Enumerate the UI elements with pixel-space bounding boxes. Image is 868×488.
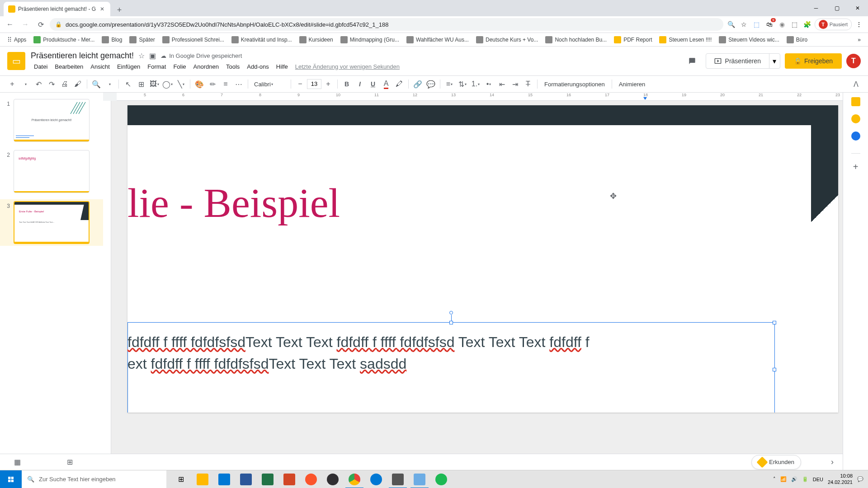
taskbar-app-chrome[interactable] <box>344 470 365 488</box>
bookmark-item[interactable]: Kursideen <box>297 34 336 45</box>
indent-increase-button[interactable]: ⇥ <box>509 78 521 90</box>
taskbar-app-spotify[interactable] <box>430 470 452 488</box>
language-indicator[interactable]: DEU <box>813 477 823 482</box>
star-icon[interactable]: ☆ <box>138 52 145 60</box>
tasks-icon[interactable] <box>851 131 860 141</box>
volume-icon[interactable]: 🔊 <box>791 476 797 482</box>
new-tab-button[interactable]: + <box>113 4 126 16</box>
border-weight-button[interactable]: ≡ <box>220 78 231 90</box>
shape-tool[interactable]: ◯ <box>161 78 174 90</box>
add-addon-button[interactable]: + <box>853 162 859 172</box>
slides-logo-icon[interactable]: ▭ <box>7 52 25 70</box>
save-status[interactable]: ☁In Google Drive gespeichert <box>160 52 242 59</box>
comments-button[interactable] <box>683 52 701 70</box>
collapse-toolbar-button[interactable]: ᐱ <box>850 78 862 90</box>
font-selector[interactable]: Calibri <box>251 78 288 90</box>
textbox-tool[interactable]: ⊞ <box>135 78 147 90</box>
resize-handle-ne[interactable] <box>773 321 776 324</box>
maximize-button[interactable]: ▢ <box>826 0 847 16</box>
slide-thumbnail-2[interactable]: sdfsfgdfgfdg <box>14 150 90 193</box>
image-tool[interactable]: 🖼 <box>148 78 160 90</box>
bookmark-item[interactable]: Deutsche Kurs + Vo... <box>473 34 541 45</box>
clear-format-button[interactable]: T <box>522 78 534 90</box>
bookmark-item[interactable]: Später <box>127 34 157 45</box>
border-dash-button[interactable]: ⋯ <box>233 78 245 90</box>
battery-icon[interactable]: 🔋 <box>802 476 808 482</box>
redo-button[interactable]: ↷ <box>46 78 57 90</box>
text-color-button[interactable]: A <box>380 78 392 90</box>
undo-button[interactable]: ↶ <box>33 78 44 90</box>
close-window-button[interactable]: ✕ <box>847 0 868 16</box>
slide-title-text[interactable]: lie - Beispiel <box>127 182 340 224</box>
ruler-indent-marker[interactable] <box>643 97 647 100</box>
task-view-button[interactable]: ⊞ <box>170 470 192 488</box>
zoom-button[interactable]: 🔍 <box>90 78 102 90</box>
italic-button[interactable]: I <box>354 78 366 90</box>
rotate-handle[interactable] <box>449 311 453 314</box>
select-tool[interactable]: ↖ <box>122 78 134 90</box>
taskbar-app-edge[interactable] <box>365 470 387 488</box>
highlight-button[interactable]: 🖍 <box>393 78 405 90</box>
apps-button[interactable]: ⠿Apps <box>5 34 29 45</box>
fill-color-button[interactable]: 🎨 <box>193 78 205 90</box>
menu-bearbeiten[interactable]: Bearbeiten <box>52 62 86 71</box>
start-button[interactable] <box>0 470 22 488</box>
bookmark-item[interactable]: Blog <box>99 34 125 45</box>
horizontal-ruler[interactable]: 5 6 7 8 9 10 11 12 13 14 15 16 17 18 19 … <box>117 93 843 101</box>
taskbar-app-explorer[interactable] <box>192 470 213 488</box>
keep-icon[interactable] <box>851 114 860 123</box>
comment-button[interactable]: 💬 <box>425 78 437 90</box>
back-button[interactable]: ← <box>4 18 16 31</box>
url-input[interactable]: 🔒 docs.google.com/presentation/d/1yV372S… <box>50 18 723 31</box>
filmstrip-view-button[interactable]: ▦ <box>9 456 25 469</box>
line-tool[interactable]: ╲ <box>175 78 187 90</box>
chrome-menu-icon[interactable]: ⋮ <box>854 19 864 30</box>
font-size-input[interactable]: 13 <box>307 79 321 89</box>
clock[interactable]: 10:08 24.02.2021 <box>828 473 853 485</box>
taskbar-app-notepad[interactable] <box>409 470 430 488</box>
slide-body-text[interactable]: fdfdff f ffff fdfdfsfsdText Text Text fd… <box>127 331 766 375</box>
bookmark-item[interactable]: Produktsuche - Mer... <box>31 34 97 45</box>
taskbar-app-brave[interactable] <box>300 470 322 488</box>
zoom-icon[interactable]: 🔍 <box>726 19 737 30</box>
bookmark-item[interactable]: Professionell Schrei... <box>160 34 227 45</box>
minimize-button[interactable]: ─ <box>806 0 826 16</box>
notifications-icon[interactable]: 💬 <box>857 476 863 482</box>
bookmark-item[interactable]: PDF Report <box>611 34 655 45</box>
slide-canvas[interactable]: lie - Beispiel ✥ fdfdff f ffff fdfdfsfsd… <box>111 101 843 461</box>
menu-anordnen[interactable]: Anordnen <box>190 62 222 71</box>
numbered-list-button[interactable]: 1. <box>470 78 481 90</box>
present-dropdown[interactable]: ▾ <box>769 54 780 68</box>
indent-decrease-button[interactable]: ⇤ <box>496 78 508 90</box>
bookmark-item[interactable]: Mindmapping (Gru... <box>338 34 402 45</box>
new-slide-dropdown[interactable] <box>19 78 31 90</box>
reload-button[interactable]: ⟳ <box>34 18 47 31</box>
line-spacing-button[interactable]: ⇅ <box>457 78 468 90</box>
forward-button[interactable]: → <box>19 18 32 31</box>
underline-button[interactable]: U <box>367 78 379 90</box>
vertical-ruler[interactable] <box>103 101 111 470</box>
bookmark-item[interactable]: Büro <box>784 34 810 45</box>
menu-ansicht[interactable]: Ansicht <box>87 62 113 71</box>
font-size-decrease[interactable]: − <box>294 78 306 90</box>
resize-handle-n[interactable] <box>449 321 453 324</box>
bookmark-item[interactable]: Steuern Lesen !!!! <box>656 34 714 45</box>
profile-pause-badge[interactable]: T Pausiert <box>815 19 852 30</box>
taskbar-app[interactable] <box>213 470 235 488</box>
slide-page[interactable]: lie - Beispiel ✥ fdfdff f ffff fdfdfsfsd… <box>127 105 838 413</box>
menu-datei[interactable]: Datei <box>31 62 51 71</box>
move-icon[interactable]: ▣ <box>149 52 156 60</box>
menu-format[interactable]: Format <box>144 62 169 71</box>
font-size-increase[interactable]: + <box>322 78 334 90</box>
grid-view-button[interactable]: ⊞ <box>61 456 78 469</box>
zoom-dropdown[interactable] <box>104 78 115 90</box>
expand-panel-button[interactable]: › <box>831 457 834 467</box>
link-button[interactable]: 🔗 <box>412 78 424 90</box>
taskbar-app-powerpoint[interactable] <box>278 470 300 488</box>
extension-icon[interactable]: ⬚ <box>751 19 762 30</box>
wifi-icon[interactable]: 📶 <box>780 476 787 482</box>
extension-badge-icon[interactable]: 🛍9 <box>764 19 775 30</box>
document-title[interactable]: Präsentieren leicht gemacht! <box>31 51 134 61</box>
new-slide-button[interactable]: + <box>6 78 18 90</box>
bold-button[interactable]: B <box>341 78 353 90</box>
